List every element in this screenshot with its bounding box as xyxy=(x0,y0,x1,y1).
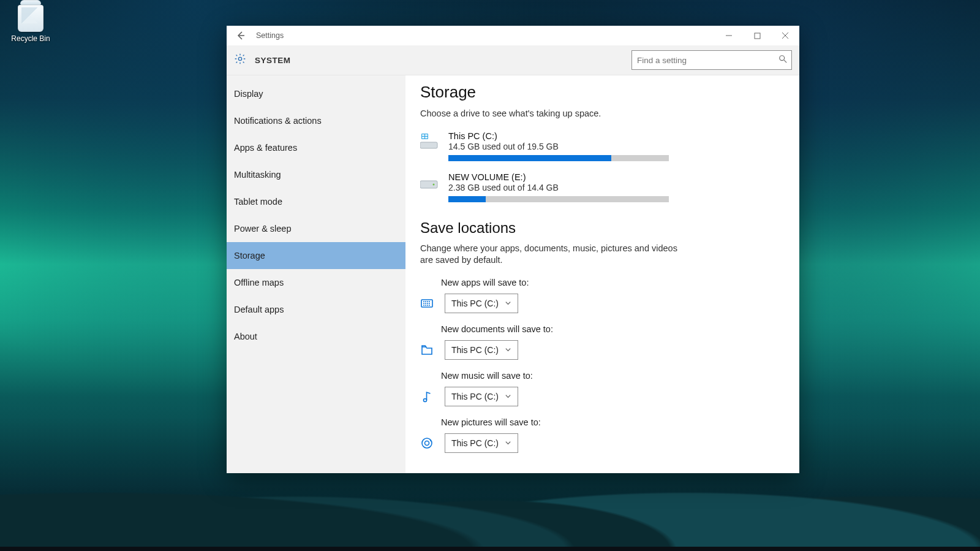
sidebar-item-multitasking[interactable]: Multitasking xyxy=(227,161,405,188)
drive-usage: 2.38 GB used out of 14.4 GB xyxy=(448,183,669,192)
save-apps-select[interactable]: This PC (C:) xyxy=(445,294,518,313)
minimize-button[interactable] xyxy=(715,26,743,45)
save-documents-select[interactable]: This PC (C:) xyxy=(445,340,518,360)
save-apps-row: This PC (C:) xyxy=(420,294,785,313)
svg-rect-3 xyxy=(420,142,437,148)
sidebar-item-apps-features[interactable]: Apps & features xyxy=(227,134,405,161)
chevron-down-icon xyxy=(505,345,511,355)
apps-icon xyxy=(420,297,434,310)
search-wrap xyxy=(631,50,792,70)
storage-heading: Storage xyxy=(420,83,785,102)
music-icon xyxy=(420,390,434,403)
sidebar-item-label: Tablet mode xyxy=(234,197,282,207)
drive-name: NEW VOLUME (E:) xyxy=(448,172,669,182)
sidebar-item-label: Display xyxy=(234,89,263,99)
settings-window: Settings SYSTEM xyxy=(227,26,799,473)
drive-row-c[interactable]: This PC (C:) 14.5 GB used out of 19.5 GB xyxy=(420,131,785,161)
drive-info: NEW VOLUME (E:) 2.38 GB used out of 14.4… xyxy=(448,172,669,202)
drive-info: This PC (C:) 14.5 GB used out of 19.5 GB xyxy=(448,131,669,161)
svg-point-10 xyxy=(422,438,432,448)
drive-row-e[interactable]: NEW VOLUME (E:) 2.38 GB used out of 14.4… xyxy=(420,172,785,202)
svg-point-11 xyxy=(425,441,429,445)
svg-rect-6 xyxy=(420,181,437,188)
taskbar[interactable] xyxy=(0,547,980,551)
select-value: This PC (C:) xyxy=(451,345,499,355)
sidebar-item-display[interactable]: Display xyxy=(227,80,405,107)
search-box[interactable] xyxy=(631,50,792,70)
select-value: This PC (C:) xyxy=(451,392,499,401)
pictures-icon xyxy=(420,436,434,450)
recycle-bin[interactable]: Recycle Bin xyxy=(9,5,52,43)
drive-usage-bar xyxy=(448,196,669,202)
window-title: Settings xyxy=(256,31,284,40)
documents-icon xyxy=(420,343,434,357)
sidebar: Display Notifications & actions Apps & f… xyxy=(227,75,405,473)
drive-name: This PC (C:) xyxy=(448,131,669,141)
sidebar-item-label: About xyxy=(234,332,257,341)
save-music-row: This PC (C:) xyxy=(420,387,785,406)
sidebar-item-storage[interactable]: Storage xyxy=(227,242,405,269)
save-apps-label: New apps will save to: xyxy=(441,278,785,287)
save-pictures-label: New pictures will save to: xyxy=(441,417,785,427)
chevron-down-icon xyxy=(505,392,511,401)
recycle-bin-icon xyxy=(18,5,43,32)
sidebar-item-offline-maps[interactable]: Offline maps xyxy=(227,269,405,296)
sidebar-item-label: Power & sleep xyxy=(234,224,292,234)
titlebar[interactable]: Settings xyxy=(227,26,799,45)
save-documents-label: New documents will save to: xyxy=(441,324,785,334)
save-documents-row: This PC (C:) xyxy=(420,340,785,360)
drive-hdd-icon xyxy=(420,175,439,189)
drive-usage-fill xyxy=(448,196,486,202)
save-locations-subtitle: Change where your apps, documents, music… xyxy=(420,243,677,267)
sidebar-item-tablet-mode[interactable]: Tablet mode xyxy=(227,188,405,215)
save-pictures-row: This PC (C:) xyxy=(420,433,785,453)
sidebar-item-default-apps[interactable]: Default apps xyxy=(227,296,405,323)
storage-subtitle: Choose a drive to see what's taking up s… xyxy=(420,108,677,120)
settings-category-label: SYSTEM xyxy=(255,56,291,65)
chevron-down-icon xyxy=(505,438,511,448)
drive-windows-icon xyxy=(420,134,439,148)
sidebar-item-about[interactable]: About xyxy=(227,323,405,350)
svg-point-7 xyxy=(433,183,435,185)
sidebar-item-power-sleep[interactable]: Power & sleep xyxy=(227,215,405,242)
save-music-label: New music will save to: xyxy=(441,371,785,381)
close-button[interactable] xyxy=(771,26,799,45)
maximize-icon xyxy=(754,32,761,39)
sidebar-item-notifications[interactable]: Notifications & actions xyxy=(227,107,405,134)
save-pictures-select[interactable]: This PC (C:) xyxy=(445,433,518,453)
drive-usage-bar xyxy=(448,155,669,161)
desktop: Recycle Bin Settings xyxy=(0,0,980,551)
svg-point-12 xyxy=(430,440,431,441)
save-music-select[interactable]: This PC (C:) xyxy=(445,387,518,406)
drive-usage-fill xyxy=(448,155,611,161)
sidebar-item-label: Notifications & actions xyxy=(234,116,322,126)
window-controls xyxy=(715,26,799,45)
svg-point-1 xyxy=(238,57,241,60)
search-input[interactable] xyxy=(632,51,774,69)
recycle-bin-label: Recycle Bin xyxy=(9,34,52,43)
select-value: This PC (C:) xyxy=(451,438,499,448)
sidebar-item-label: Apps & features xyxy=(234,143,297,153)
close-icon xyxy=(782,32,789,39)
svg-rect-0 xyxy=(755,33,760,39)
gear-icon xyxy=(234,53,246,67)
sidebar-item-label: Offline maps xyxy=(234,278,284,287)
save-locations-heading: Save locations xyxy=(420,219,785,237)
maximize-button[interactable] xyxy=(743,26,771,45)
settings-header: SYSTEM xyxy=(227,45,799,75)
sidebar-item-label: Default apps xyxy=(234,305,284,314)
sidebar-item-label: Storage xyxy=(234,251,265,260)
chevron-down-icon xyxy=(505,298,511,308)
back-arrow-icon xyxy=(236,31,246,40)
settings-body: Display Notifications & actions Apps & f… xyxy=(227,75,799,473)
minimize-icon xyxy=(725,32,733,39)
back-button[interactable] xyxy=(227,26,255,45)
search-icon xyxy=(774,55,791,66)
content-area: Storage Choose a drive to see what's tak… xyxy=(405,75,799,473)
svg-point-2 xyxy=(780,56,785,61)
sidebar-item-label: Multitasking xyxy=(234,170,281,180)
select-value: This PC (C:) xyxy=(451,298,499,308)
drive-usage: 14.5 GB used out of 19.5 GB xyxy=(448,142,669,151)
